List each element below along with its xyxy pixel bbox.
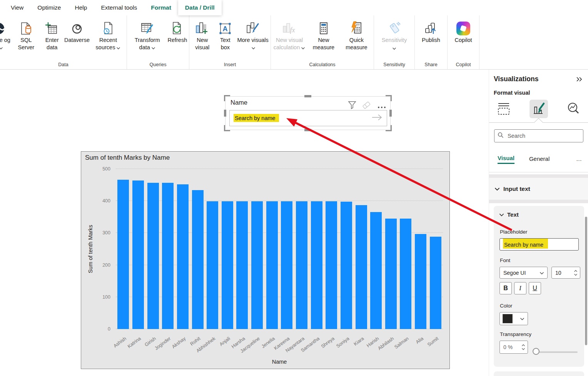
ribbon-new-measure-button[interactable]: New measure [308, 20, 339, 51]
ribbon-onelake-button[interactable]: Lake og [0, 20, 12, 52]
enter-data-icon [45, 20, 59, 35]
bar[interactable] [266, 201, 278, 329]
font-family-dropdown[interactable]: Segoe UI [499, 267, 548, 279]
x-axis-category-label: Shreya [320, 336, 335, 349]
new-visual-icon [195, 20, 210, 35]
placeholder-field[interactable]: Search by name [499, 238, 579, 251]
color-picker[interactable] [499, 312, 528, 325]
chevron-down-icon [494, 185, 500, 192]
bar[interactable] [430, 237, 441, 329]
pane-search-input[interactable] [507, 132, 580, 139]
menu-item-format[interactable]: Format [144, 0, 178, 15]
bar[interactable] [385, 219, 397, 329]
bar[interactable] [132, 180, 144, 329]
section-input-text[interactable]: Input text [489, 178, 588, 200]
x-axis-title: Name [116, 359, 443, 365]
menu-item-optimize[interactable]: Optimize [30, 0, 68, 15]
resize-handle-bottom[interactable] [304, 129, 311, 131]
resize-handle-right[interactable] [389, 110, 392, 117]
analytics-icon[interactable] [565, 100, 583, 118]
ribbon-group-label: Calculations [271, 62, 374, 67]
bar[interactable] [356, 205, 367, 329]
slicer-search-placeholder: Search by name [234, 115, 279, 121]
eraser-icon[interactable] [361, 101, 371, 111]
bar[interactable] [147, 183, 159, 329]
filter-icon[interactable] [347, 101, 357, 111]
onelake-icon [0, 20, 7, 35]
ribbon-new-visual-button[interactable]: New visual [189, 20, 215, 51]
ribbon-text-box-button[interactable]: AText box [215, 20, 235, 51]
tab-visual[interactable]: Visual [498, 155, 514, 164]
bold-button[interactable]: B [499, 282, 512, 294]
chevron-down-icon [151, 44, 155, 52]
section-text[interactable]: Text [499, 211, 519, 218]
pane-search-box[interactable] [494, 129, 583, 142]
ribbon-publish-button[interactable]: Publish [422, 20, 440, 44]
chevron-down-icon [251, 44, 256, 52]
bar[interactable] [415, 234, 426, 329]
spinner-arrows-icon[interactable] [574, 269, 580, 276]
build-visual-icon[interactable] [494, 100, 513, 118]
transparency-value: 0 % [500, 344, 521, 350]
more-options-icon[interactable] [378, 103, 386, 110]
bar[interactable] [296, 201, 307, 329]
bar[interactable] [370, 212, 382, 329]
bar[interactable] [281, 201, 292, 329]
x-axis-category-label: Rohit [189, 336, 202, 347]
slicer-search-input[interactable]: Search by name [229, 110, 387, 126]
ribbon-refresh-button[interactable]: Refresh [167, 20, 187, 44]
spinner-arrows-icon[interactable] [521, 344, 528, 351]
italic-button[interactable]: I [514, 282, 526, 294]
menu-item-help[interactable]: Help [68, 0, 94, 15]
y-tick-label: 100 [102, 294, 110, 300]
bar[interactable] [207, 201, 218, 329]
ribbon-transform-data-button[interactable]: Transform data [129, 20, 166, 52]
resize-handle-top-left[interactable] [224, 95, 230, 101]
ribbon-item-label: Enter data [45, 37, 59, 50]
underline-button[interactable]: U [529, 282, 541, 294]
ribbon-sql-server-button[interactable]: SQL Server [12, 20, 40, 51]
ribbon-more-visuals-button[interactable]: More visuals [235, 20, 271, 52]
bar[interactable] [341, 202, 352, 329]
powerbi-window: ViewOptimizeHelpExternal toolsFormatData… [0, 0, 588, 376]
transparency-slider-handle[interactable] [533, 348, 540, 355]
tab-general[interactable]: General [529, 155, 550, 164]
transparency-stepper[interactable]: 0 % [499, 341, 528, 354]
ribbon-quick-measure-button[interactable]: Quick measure [339, 20, 374, 51]
resize-handle-top-right[interactable] [386, 95, 392, 101]
bar[interactable] [222, 201, 233, 329]
tab-more[interactable]: … [576, 155, 583, 164]
bar[interactable] [251, 201, 263, 329]
recent-sources-icon [101, 20, 115, 35]
transparency-slider-track[interactable] [533, 351, 578, 353]
ribbon-enter-data-button[interactable]: Enter data [40, 20, 64, 51]
bar[interactable] [177, 184, 189, 329]
ribbon-item-label: SQL Server [18, 37, 34, 50]
ribbon-dataverse-button[interactable]: Dataverse [64, 20, 90, 44]
format-visual-icon[interactable] [530, 100, 548, 118]
bar[interactable] [162, 183, 174, 329]
resize-handle-left[interactable] [224, 110, 226, 117]
font-size-stepper[interactable]: 10 [551, 267, 580, 279]
bar[interactable] [192, 190, 204, 329]
bar[interactable] [117, 180, 129, 329]
bar[interactable] [236, 201, 248, 329]
bar[interactable] [326, 201, 337, 329]
report-canvas[interactable]: Name Search by name Sum of tenth Marks b… [0, 70, 489, 376]
ribbon-recent-sources-button[interactable]: Recent sources [90, 20, 127, 52]
resize-handle-top[interactable] [304, 95, 311, 97]
bar[interactable] [400, 219, 411, 329]
slicer-visual[interactable]: Name Search by name [225, 96, 391, 130]
bar-chart-visual[interactable]: Sum of tenth Marks by Name Sum of tenth … [81, 151, 450, 369]
bar[interactable] [311, 201, 322, 329]
color-label: Color [500, 303, 512, 309]
collapse-pane-icon[interactable] [576, 77, 583, 84]
ribbon-item-label: Transform data [135, 37, 160, 50]
arrow-right-icon[interactable] [371, 114, 383, 122]
pane-scrollbar[interactable] [585, 217, 587, 345]
menu-item-data-drill[interactable]: Data / Drill [178, 0, 222, 15]
highlight: Search by name [503, 240, 548, 249]
menu-item-view[interactable]: View [4, 0, 30, 15]
ribbon-copilot-button[interactable]: Copilot [454, 20, 472, 44]
menu-item-external-tools[interactable]: External tools [94, 0, 144, 15]
